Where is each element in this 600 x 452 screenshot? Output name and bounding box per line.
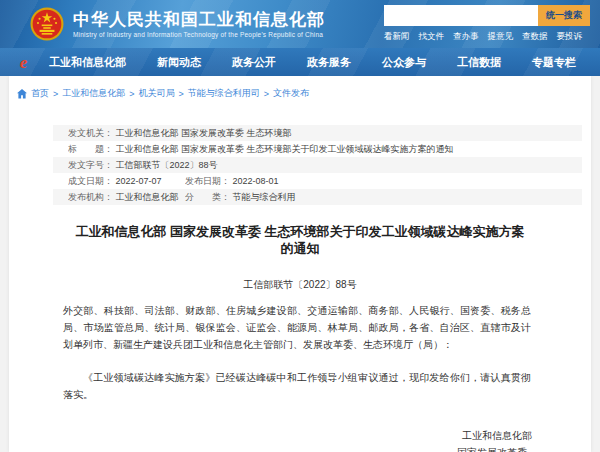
breadcrumb-home[interactable]: 首页 xyxy=(31,87,49,100)
meta-row-publisher-category: 发布机构： 工业和信息化部 分 类： 节能与综合利用 xyxy=(53,189,582,205)
quick-links: 看新闻 找文件 查办事 提意见 查数据 要投诉 xyxy=(384,31,590,43)
nav-item-news[interactable]: 新闻动态 xyxy=(157,55,201,70)
main-nav: e 工业和信息化部 新闻动态 政务公开 政务服务 公众参与 工信数据 专题专栏 xyxy=(0,48,600,76)
nav-item-special-topics[interactable]: 专题专栏 xyxy=(532,55,576,70)
search-input[interactable] xyxy=(384,5,538,26)
meta-row-dates: 成文日期： 2022-07-07 发布日期： 2022-08-01 xyxy=(53,173,582,189)
breadcrumb-departments[interactable]: 机关司局 xyxy=(139,87,175,100)
site-header: 中华人民共和国工业和信息化部 Ministry of Industry and … xyxy=(0,0,600,48)
nav-item-ministry[interactable]: 工业和信息化部 xyxy=(49,55,126,70)
content-page: 首页 > 工业和信息化部 > 机关司局 > 节能与综合利用司 > 文件发布 发文… xyxy=(9,76,591,452)
meta-value-doc-number: 工信部联节〔2022〕88号 xyxy=(116,160,218,170)
quick-link-suggestions[interactable]: 提意见 xyxy=(488,31,514,43)
nav-item-gov-services[interactable]: 政务服务 xyxy=(307,55,351,70)
meta-value-publish-date: 2022-08-01 xyxy=(233,176,279,186)
nav-item-gov-disclosure[interactable]: 政务公开 xyxy=(232,55,276,70)
national-emblem-icon xyxy=(30,7,64,41)
quick-link-documents[interactable]: 找文件 xyxy=(419,31,445,43)
unified-search-button[interactable]: 统一搜索 xyxy=(538,5,590,26)
signature-miit: 工业和信息化部 xyxy=(462,428,532,445)
document-title: 工业和信息化部 国家发展改革委 生态环境部关于印发工业领域碳达峰实施方案的通知 xyxy=(69,223,531,257)
site-identity: 中华人民共和国工业和信息化部 Ministry of Industry and … xyxy=(73,10,325,38)
document-number: 工信部联节〔2022〕88号 xyxy=(9,278,591,292)
meta-label-written-date: 成文日期： xyxy=(68,176,113,186)
document-body: 外交部、科技部、司法部、财政部、住房城乡建设部、交通运输部、商务部、人民银行、国… xyxy=(63,302,531,403)
document-paragraph-main: 《工业领域碳达峰实施方案》已经碳达峰碳中和工作领导小组审议通过，现印发给你们，请… xyxy=(63,369,531,403)
meta-label-publisher: 发布机构： xyxy=(68,192,113,202)
meta-label-doc-number: 发文字号： xyxy=(68,160,113,170)
breadcrumb-file-release[interactable]: 文件发布 xyxy=(273,87,309,100)
signature-block: 工业和信息化部 国家发展改革委 生态环境部 2022年7月7日 xyxy=(9,428,591,452)
home-icon xyxy=(17,89,27,99)
quick-link-services[interactable]: 查办事 xyxy=(453,31,479,43)
meta-label-issuing-agency: 发文机关： xyxy=(68,128,113,138)
quick-link-news[interactable]: 看新闻 xyxy=(384,31,410,43)
miit-logo-icon: e xyxy=(15,54,32,71)
meta-value-publisher: 工业和信息化部 xyxy=(116,192,179,202)
document-meta-table: 发文机关： 工业和信息化部 国家发展改革委 生态环境部 标 题： 工业和信息化部… xyxy=(53,125,582,205)
breadcrumb-separator: > xyxy=(129,89,134,99)
meta-row-doc-number: 发文字号： 工信部联节〔2022〕88号 xyxy=(53,157,582,173)
meta-value-category: 节能与综合利用 xyxy=(233,192,296,202)
breadcrumb-separator: > xyxy=(264,89,269,99)
meta-label-publish-date: 发布日期： xyxy=(185,176,230,186)
quick-link-complaints[interactable]: 要投诉 xyxy=(557,31,583,43)
document-paragraph-recipients: 外交部、科技部、司法部、财政部、住房城乡建设部、交通运输部、商务部、人民银行、国… xyxy=(63,302,531,353)
nav-item-miit-data[interactable]: 工信数据 xyxy=(457,55,501,70)
site-title: 中华人民共和国工业和信息化部 xyxy=(73,10,325,29)
site-subtitle-en: Ministry of Industry and Information Tec… xyxy=(73,31,325,38)
signature-ndrc: 国家发展改革委 xyxy=(457,445,527,452)
meta-row-title: 标 题： 工业和信息化部 国家发展改革委 生态环境部关于印发工业领域碳达峰实施方… xyxy=(53,141,582,157)
meta-row-issuing-agency: 发文机关： 工业和信息化部 国家发展改革委 生态环境部 xyxy=(53,125,582,141)
meta-value-issuing-agency: 工业和信息化部 国家发展改革委 生态环境部 xyxy=(116,128,292,138)
meta-value-title: 工业和信息化部 国家发展改革委 生态环境部关于印发工业领域碳达峰实施方案的通知 xyxy=(116,144,454,154)
breadcrumb-energy-dept[interactable]: 节能与综合利用司 xyxy=(188,87,260,100)
breadcrumb: 首页 > 工业和信息化部 > 机关司局 > 节能与综合利用司 > 文件发布 xyxy=(9,76,591,107)
breadcrumb-separator: > xyxy=(179,89,184,99)
meta-value-written-date: 2022-07-07 xyxy=(116,176,162,186)
meta-label-category: 分 类： xyxy=(185,192,230,202)
breadcrumb-separator: > xyxy=(53,89,58,99)
nav-item-public-participation[interactable]: 公众参与 xyxy=(382,55,426,70)
breadcrumb-ministry[interactable]: 工业和信息化部 xyxy=(62,87,125,100)
quick-link-data[interactable]: 查数据 xyxy=(522,31,548,43)
meta-label-title: 标 题： xyxy=(68,144,113,154)
